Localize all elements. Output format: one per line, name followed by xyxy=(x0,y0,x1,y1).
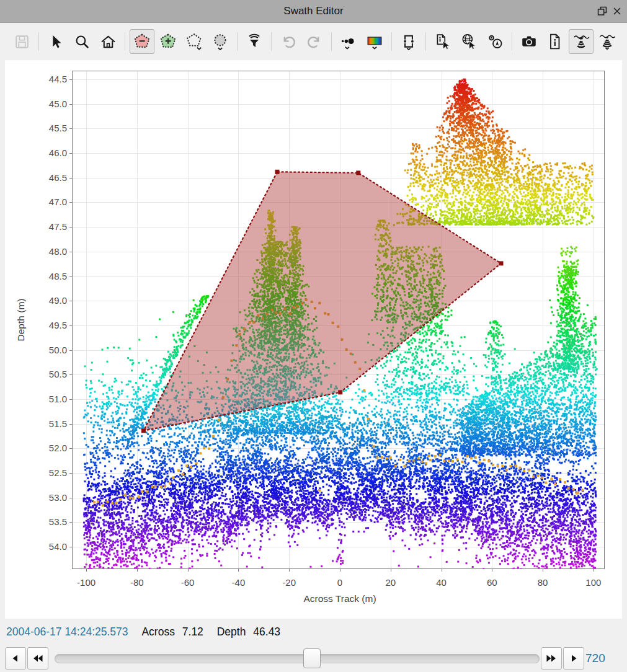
y-tick-mark xyxy=(69,325,72,326)
y-tick-mark xyxy=(69,473,72,474)
x-tick-mark xyxy=(594,569,594,572)
home-extents-button[interactable] xyxy=(96,29,120,54)
x-tick-label: 40 xyxy=(423,577,460,589)
x-tick-mark xyxy=(238,569,239,572)
chevron-down-icon xyxy=(218,48,222,50)
chevron-down-icon xyxy=(605,48,608,49)
y-tick-label: 52.0 xyxy=(29,443,67,454)
y-tick-mark xyxy=(69,178,72,179)
x-tick-mark xyxy=(543,569,543,572)
y-tick-label: 49.5 xyxy=(29,320,67,331)
info-document-icon xyxy=(546,33,564,50)
info-document-button[interactable] xyxy=(543,29,567,54)
y-tick-label: 45.5 xyxy=(29,123,67,134)
compass-target-button[interactable] xyxy=(482,29,507,54)
circle-select-button[interactable] xyxy=(208,29,233,54)
y-tick-label: 53.5 xyxy=(29,516,67,528)
toolbar-separator xyxy=(391,32,392,51)
y-tick-mark xyxy=(69,374,72,375)
y-tick-label: 51.5 xyxy=(29,418,67,430)
x-tick-label: -100 xyxy=(68,577,105,589)
save-icon xyxy=(14,33,30,50)
accept-polygon-button[interactable] xyxy=(156,29,180,54)
y-tick-label: 47.5 xyxy=(29,221,67,232)
y-tick-label: 48.0 xyxy=(29,246,67,257)
fast-forward-button[interactable] xyxy=(541,647,562,670)
y-tick-mark xyxy=(69,399,72,400)
x-tick-label: 60 xyxy=(473,577,510,589)
multi-swath-icon xyxy=(598,33,616,50)
reject-polygon-icon xyxy=(133,33,151,50)
redo-icon xyxy=(306,33,323,50)
camera-icon xyxy=(520,33,538,50)
x-tick-mark xyxy=(492,569,492,572)
y-tick-mark xyxy=(69,350,72,351)
fast-back-button[interactable] xyxy=(27,647,48,670)
redo-button[interactable] xyxy=(302,29,327,54)
step-back-button[interactable] xyxy=(5,647,26,670)
globe-cursor-icon xyxy=(460,33,478,50)
point-size-button[interactable] xyxy=(336,29,361,54)
ping-slider-track[interactable] xyxy=(55,654,540,663)
snapshot-button[interactable] xyxy=(517,29,541,54)
toolbar-separator xyxy=(125,32,125,51)
reject-polygon-button[interactable] xyxy=(130,29,154,54)
x-tick-mark xyxy=(340,569,340,572)
y-tick-mark xyxy=(69,424,72,425)
float-window-icon[interactable] xyxy=(596,5,608,17)
fast-forward-icon xyxy=(546,653,557,663)
y-axis-label: Depth (m) xyxy=(16,276,28,363)
swath-gate-icon xyxy=(400,33,417,50)
ping-slider-handle[interactable] xyxy=(303,648,321,668)
across-value: 7.12 xyxy=(182,626,203,638)
y-tick-label: 44.5 xyxy=(29,74,67,85)
across-label: Across xyxy=(141,626,174,638)
filter-funnel-icon xyxy=(246,33,263,50)
x-tick-label: 0 xyxy=(321,577,358,589)
y-tick-label: 50.0 xyxy=(29,345,67,356)
toolbar xyxy=(0,23,627,60)
color-map-icon xyxy=(366,33,383,50)
depth-value: 46.43 xyxy=(253,626,280,638)
y-tick-label: 46.5 xyxy=(29,172,67,183)
chevron-down-icon xyxy=(197,48,201,50)
y-tick-label: 47.0 xyxy=(29,197,67,208)
swath-plot-canvas[interactable] xyxy=(72,71,605,569)
toolbar-separator xyxy=(512,32,512,51)
step-forward-button[interactable] xyxy=(563,647,584,670)
y-tick-mark xyxy=(69,128,72,129)
chevron-down-icon xyxy=(345,47,349,49)
y-tick-mark xyxy=(69,448,72,449)
zoom-button[interactable] xyxy=(69,29,94,54)
select-by-record-button[interactable] xyxy=(430,29,455,54)
select-cursor-button[interactable] xyxy=(43,29,68,54)
titlebar[interactable]: Swath Editor xyxy=(0,0,627,23)
y-tick-mark xyxy=(69,202,72,203)
fast-back-icon xyxy=(32,653,43,663)
filter-button[interactable] xyxy=(242,29,267,54)
more-tools-button[interactable] xyxy=(621,29,627,54)
undo-button[interactable] xyxy=(276,29,301,54)
toolbar-separator xyxy=(237,32,238,51)
swath-gate-button[interactable] xyxy=(396,29,421,54)
x-tick-label: 20 xyxy=(372,577,409,589)
circle-select-icon xyxy=(211,33,229,50)
single-swath-icon xyxy=(572,33,590,50)
toolbar-separator xyxy=(331,32,332,51)
save-button[interactable] xyxy=(9,29,34,54)
y-tick-label: 48.5 xyxy=(29,271,67,282)
y-tick-mark xyxy=(69,252,72,252)
x-tick-label: -60 xyxy=(169,577,207,589)
color-map-button[interactable] xyxy=(362,29,387,54)
swath-figure: Across Track (m) Depth (m) -100-80-60-40… xyxy=(5,60,622,619)
polygon-select-icon xyxy=(185,33,203,50)
single-swath-view-button[interactable] xyxy=(569,29,594,54)
polygon-select-button[interactable] xyxy=(182,29,207,54)
chevron-down-icon xyxy=(625,33,627,50)
multi-swath-view-button[interactable] xyxy=(595,29,620,54)
swath-editor-window: Swath Editor xyxy=(0,0,627,672)
y-tick-label: 46.0 xyxy=(29,148,67,159)
close-icon[interactable] xyxy=(611,5,623,17)
select-geographic-button[interactable] xyxy=(456,29,481,54)
y-tick-label: 50.5 xyxy=(29,369,67,380)
